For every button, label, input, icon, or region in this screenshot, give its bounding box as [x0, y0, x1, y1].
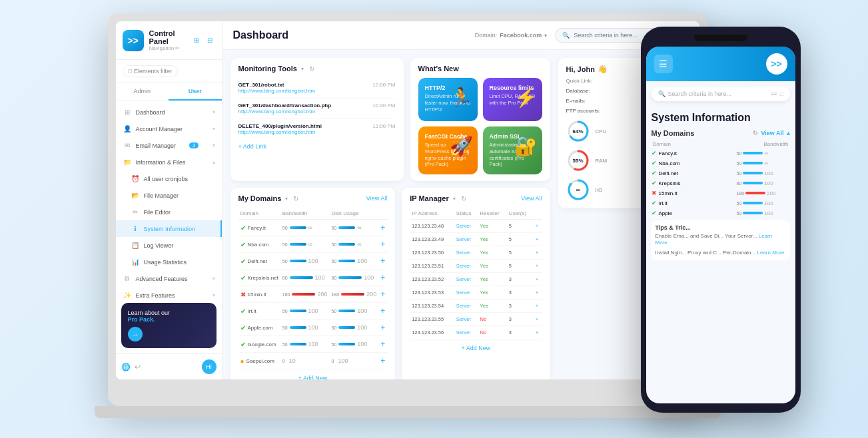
mobile-search-placeholder[interactable]: Search criteria in here...: [668, 91, 732, 97]
add-cell[interactable]: +: [378, 220, 387, 236]
sidebar-item-email[interactable]: ✉ Email Manager 2 ▾: [116, 137, 222, 154]
add-ip-cell[interactable]: +: [534, 300, 542, 313]
refresh-icon[interactable]: ↻: [309, 65, 314, 73]
bandwidth-progress: [290, 226, 306, 229]
mobile-status-icon: ✔: [651, 210, 657, 216]
mobile-view-all[interactable]: View All: [761, 130, 783, 136]
disk-bar: 50 100: [331, 324, 376, 331]
mobile-search-icon: 🔍: [658, 91, 665, 97]
mobile-domains-actions: ↻ View All ▴: [753, 130, 789, 136]
bandwidth-bar: 80 100: [282, 274, 328, 281]
refresh-icon[interactable]: ↻: [293, 195, 298, 202]
add-ip-cell[interactable]: +: [534, 286, 542, 300]
add-cell[interactable]: +: [378, 286, 387, 303]
mobile-bw-max: 100: [764, 210, 773, 216]
disk-max: ∞: [357, 241, 361, 248]
mobile-expand-icon[interactable]: □: [780, 91, 783, 97]
table-row: 123.123.23.50 Server Yes 5 +: [410, 246, 542, 260]
add-ip-cell[interactable]: +: [534, 260, 542, 273]
users-cell: 3: [507, 273, 534, 286]
sidebar-item-dashboard[interactable]: ⊞ Dashboard ▾: [116, 104, 222, 120]
ip-view-all-button[interactable]: View All: [521, 195, 542, 202]
disk-progress: [338, 310, 355, 312]
mobile-menu-icon[interactable]: ☰: [654, 55, 673, 73]
add-ip-cell[interactable]: +: [534, 273, 542, 286]
monitor-url[interactable]: http://www.bing.com/longbot.htm: [238, 129, 322, 135]
domain-col-header: Domain: [238, 208, 280, 220]
promo-arrow-button[interactable]: →: [128, 327, 143, 341]
tab-user[interactable]: User: [169, 83, 222, 101]
add-cell[interactable]: +: [378, 253, 387, 270]
my-domains-thead: Domain Bandwidth Disk Usage: [238, 208, 388, 220]
sidebar-item-account[interactable]: 👤 Account Manager ▾: [116, 120, 222, 137]
grid-view-button[interactable]: ⊞: [191, 35, 202, 46]
domain-value[interactable]: Facebook.com: [500, 32, 542, 39]
mobile-domain-bw: 50 ∞: [737, 160, 790, 166]
mobile-screen: ☰ >> 🔍 Search criteria in here... ≡≡ □ S…: [646, 47, 795, 403]
reseller-col-header: Reseller: [478, 208, 507, 220]
mobile-domain-bw: 80 100: [737, 180, 790, 186]
add-cell[interactable]: +: [378, 270, 387, 286]
add-ip-cell[interactable]: +: [534, 233, 542, 246]
ip-address-cell: 123.123.23.49: [410, 233, 454, 246]
sidebar-item-system-info[interactable]: ℹ System Information: [116, 220, 222, 237]
exit-icon[interactable]: ↩: [135, 363, 141, 371]
mobile-status-icon: ✔: [651, 200, 657, 206]
sidebar-item-log-viewer[interactable]: 📋 Log Viewer: [116, 237, 222, 254]
view-all-button[interactable]: View All: [366, 195, 387, 202]
monitor-url[interactable]: http://www.bing.com/longbot.htm: [238, 88, 316, 94]
add-new-ip-button[interactable]: + Add New: [410, 339, 542, 357]
disk-bar: 50 100: [331, 308, 376, 314]
add-cell[interactable]: +: [378, 303, 387, 320]
monitor-url[interactable]: http://www.bing.com/longbot.htm: [238, 109, 332, 114]
bandwidth-progress: [290, 310, 306, 312]
domains-tbody: ✔Fancy.it 50 ∞ 50 ∞ + ✔Nba.com 50 ∞ 50 ∞…: [238, 220, 388, 369]
sidebar-item-cronjobs[interactable]: ⏰ All user cronjobs: [116, 170, 222, 187]
sidebar-item-usage-stats[interactable]: 📊 Usage Statistics: [116, 254, 222, 270]
sidebar-item-extra[interactable]: ✨ Extra Features ▾: [116, 287, 222, 298]
bandwidth-cell: 0 10: [280, 353, 330, 369]
ip-table: IP Address Status Reseller User(s): [410, 208, 542, 339]
list-view-button[interactable]: ⊟: [205, 35, 215, 46]
add-ip-cell[interactable]: +: [534, 326, 542, 339]
sidebar-item-file-manager[interactable]: 📂 File Manager: [116, 187, 222, 204]
sidebar-item-file-editor[interactable]: ✏ File Editor: [116, 204, 222, 220]
tab-admin[interactable]: Admin: [116, 83, 169, 101]
monitor-item: DELETE_400/plugin/version.html http://ww…: [238, 119, 396, 139]
add-new-domain-button[interactable]: + Add New: [238, 369, 388, 379]
circle-percent-2: 55%: [572, 158, 583, 164]
domain-cell: ●Saepul.com: [238, 353, 280, 369]
bandwidth-cell: 50 ∞: [280, 220, 330, 236]
mobile-refresh-icon[interactable]: ↻: [753, 130, 758, 136]
chevron-down-icon: ▾: [213, 142, 215, 148]
add-cell[interactable]: +: [378, 353, 387, 369]
user-avatar[interactable]: Hi: [202, 359, 217, 374]
circle-label-2: RAM: [596, 158, 608, 164]
refresh-icon[interactable]: ↻: [461, 195, 466, 202]
server-status: Server: [456, 236, 471, 242]
chevron-down-icon: ▾: [213, 126, 215, 132]
search-input[interactable]: [574, 32, 653, 39]
add-cell[interactable]: +: [378, 336, 387, 353]
table-row: 123.123.23.53 Server Yes 3 +: [410, 286, 542, 300]
mobile-domain-name: ✔ Delfi.net: [651, 170, 691, 176]
elements-filter-button[interactable]: □ Elements filter: [123, 65, 178, 77]
add-ip-cell[interactable]: +: [534, 246, 542, 260]
mobile-learn-more-2[interactable]: Learn More: [757, 250, 784, 256]
sidebar-item-advanced[interactable]: ⚙ Advanced Features ▾: [116, 270, 222, 287]
add-cell[interactable]: +: [378, 320, 387, 336]
reseller-value: Yes: [480, 223, 488, 229]
add-ip-cell[interactable]: +: [534, 313, 542, 326]
server-status: Server: [456, 329, 471, 335]
globe-icon[interactable]: 🌐: [121, 363, 131, 371]
monitor-time: 10:00 PM: [372, 82, 395, 88]
add-link-button[interactable]: + Add Link: [238, 143, 396, 150]
sidebar-item-label: Extra Features: [136, 292, 175, 298]
mobile-filter-icon[interactable]: ≡≡: [771, 91, 777, 97]
monitoring-tools-card: Monitoring Tools ▾ ↻ GET_301/robot.txt h…: [230, 58, 404, 181]
add-cell[interactable]: +: [378, 236, 387, 253]
sidebar-item-info-files[interactable]: 📁 Information & Files ▴: [116, 154, 222, 170]
status-cell: Server: [454, 286, 478, 300]
bandwidth-max: ∞: [308, 224, 312, 231]
add-ip-cell[interactable]: +: [534, 220, 542, 233]
